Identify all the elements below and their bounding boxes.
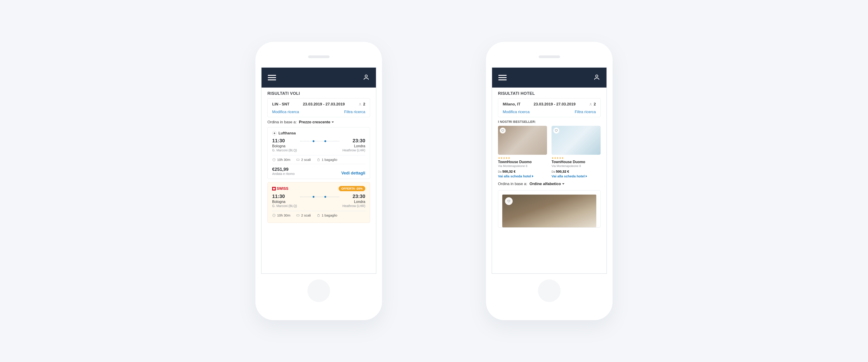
hotel-card[interactable]: ★★★★★ TownHouse Duomo Via Montenapoleone… [552, 126, 600, 178]
price: €251,99 [272, 167, 295, 172]
hotel-link[interactable]: Vai alla scheda hotel [498, 174, 547, 178]
swiss-cross-icon [272, 187, 276, 191]
baggage: 1 bagaglio [317, 213, 337, 217]
hotel-price: Da500,32 € [498, 169, 547, 173]
page-title: RISULTATI HOTEL [492, 88, 607, 98]
filter-search-link[interactable]: Filtra ricerca [344, 110, 365, 114]
topbar [261, 68, 376, 88]
bestseller-label: I NOSTRI BESTSELLER: [492, 119, 607, 126]
hotel-link[interactable]: Vai alla scheda hotel [552, 174, 600, 178]
airline-row: SWISS OFFERTA -20% [272, 186, 365, 191]
flights-screen: RISULTATI VOLI LIN - SNT 23.03.2019 - 27… [261, 67, 376, 274]
svg-point-0 [365, 75, 367, 77]
arr-time: 23:30 [342, 193, 365, 199]
route: LIN - SNT [272, 102, 289, 107]
heart-icon[interactable] [553, 128, 559, 134]
stops: 2 scali [296, 158, 311, 162]
airline-row: ✈ Lufthansa [272, 131, 365, 136]
sort-label: Ordina in base a: [498, 182, 527, 186]
page-title: RISULTATI VOLI [261, 88, 376, 98]
sort-row: Ordina in base a: Ordine alfabetico [492, 181, 607, 189]
arr-code: Heathrow (LHR) [342, 204, 365, 208]
details-link[interactable]: Vedi dettagli [341, 171, 365, 175]
heart-icon[interactable] [505, 197, 513, 205]
dates: 23.03.2019 - 27.03.2019 [303, 102, 345, 107]
dep-code: G. Marconi (BLQ) [272, 204, 297, 208]
lufthansa-icon: ✈ [272, 131, 277, 136]
stars: ★★★★★ [498, 157, 547, 160]
stops: 2 scali [296, 213, 311, 217]
hotel-address: Via Montenapoleone 8 [498, 164, 547, 168]
bestseller-row: ★★★★★ TownHouse Duomo Via Montenapoleone… [492, 126, 607, 181]
arr-time: 23:30 [342, 138, 365, 144]
phone-frame-hotels: RISULTATI HOTEL Milano, IT 23.03.2019 - … [486, 42, 613, 320]
menu-icon[interactable] [498, 75, 506, 80]
hotel-price: Da500,32 € [552, 169, 600, 173]
sort-label: Ordina in base a: [268, 120, 297, 124]
sort-row: Ordina in base a: Prezzo crescente [261, 119, 376, 127]
dates: 23.03.2019 - 27.03.2019 [534, 102, 576, 107]
phone-frame-flights: RISULTATI VOLI LIN - SNT 23.03.2019 - 27… [255, 42, 382, 320]
svg-rect-3 [297, 159, 299, 160]
hotel-name: TownHouse Duomo [552, 160, 600, 164]
menu-icon[interactable] [268, 75, 276, 80]
offer-badge: OFFERTA -20% [339, 186, 365, 191]
info-row: 10h 30m 2 scali 1 bagaglio [272, 155, 365, 164]
chevron-right-icon [586, 175, 587, 177]
hotel-image [552, 126, 600, 155]
user-icon[interactable] [593, 74, 600, 81]
hotel-card[interactable]: ★★★★★ TownHouse Duomo Via Montenapoleone… [498, 126, 547, 178]
home-button[interactable] [538, 279, 561, 302]
topbar [492, 68, 607, 88]
home-button[interactable] [307, 279, 330, 302]
hotel-list-card[interactable] [498, 190, 600, 228]
filter-search-link[interactable]: Filtra ricerca [575, 110, 596, 114]
svg-rect-6 [297, 215, 299, 216]
chevron-right-icon [532, 175, 533, 177]
heart-icon[interactable] [500, 128, 506, 134]
dep-time: 11:30 [272, 193, 297, 199]
baggage: 1 bagaglio [317, 158, 337, 162]
phone-speaker [539, 55, 560, 58]
phone-speaker [308, 55, 330, 58]
hotel-image [502, 195, 596, 227]
route-dots [300, 141, 339, 141]
city: Milano, IT [503, 102, 520, 107]
hotels-screen: RISULTATI HOTEL Milano, IT 23.03.2019 - … [492, 67, 607, 274]
search-summary: LIN - SNT 23.03.2019 - 27.03.2019 2 Modi… [268, 98, 370, 117]
user-icon[interactable] [363, 74, 370, 81]
route-dots [300, 197, 339, 197]
svg-point-8 [596, 75, 598, 77]
price-sub: Andata e ritorno [272, 172, 295, 175]
modify-search-link[interactable]: Modifica ricerca [503, 110, 530, 114]
guests: 2 [358, 102, 365, 107]
swiss-logo: SWISS [272, 187, 288, 191]
dep-code: G. Marconi (BLQ) [272, 148, 297, 152]
dep-city: Bologna [272, 144, 297, 148]
search-summary: Milano, IT 23.03.2019 - 27.03.2019 2 Mod… [498, 98, 600, 117]
dep-city: Bologna [272, 200, 297, 204]
modify-search-link[interactable]: Modifica ricerca [272, 110, 299, 114]
arr-code: Heathrow (LHR) [342, 148, 365, 152]
arr-city: Londra [342, 200, 365, 204]
sort-dropdown[interactable]: Prezzo crescente [299, 120, 334, 124]
svg-point-1 [360, 103, 361, 104]
chevron-down-icon [332, 121, 334, 123]
hotel-image [498, 126, 547, 155]
guests: 2 [589, 102, 596, 107]
duration: 10h 30m [272, 213, 290, 217]
sort-dropdown[interactable]: Ordine alfabetico [529, 182, 564, 186]
flight-card[interactable]: ✈ Lufthansa 11:30 Bologna G. Marconi (BL… [268, 127, 370, 179]
flight-card[interactable]: SWISS OFFERTA -20% 11:30 Bologna G. Marc… [268, 182, 370, 223]
svg-point-9 [590, 103, 591, 104]
chevron-down-icon [562, 183, 564, 185]
svg-rect-4 [318, 159, 319, 161]
duration: 10h 30m [272, 158, 290, 162]
dep-time: 11:30 [272, 138, 297, 144]
svg-rect-7 [318, 215, 319, 217]
arr-city: Londra [342, 144, 365, 148]
airline-name: Lufthansa [278, 131, 296, 135]
info-row: 10h 30m 2 scali 1 bagaglio [272, 211, 365, 220]
hotel-name: TownHouse Duomo [498, 160, 547, 164]
stars: ★★★★★ [552, 157, 600, 160]
